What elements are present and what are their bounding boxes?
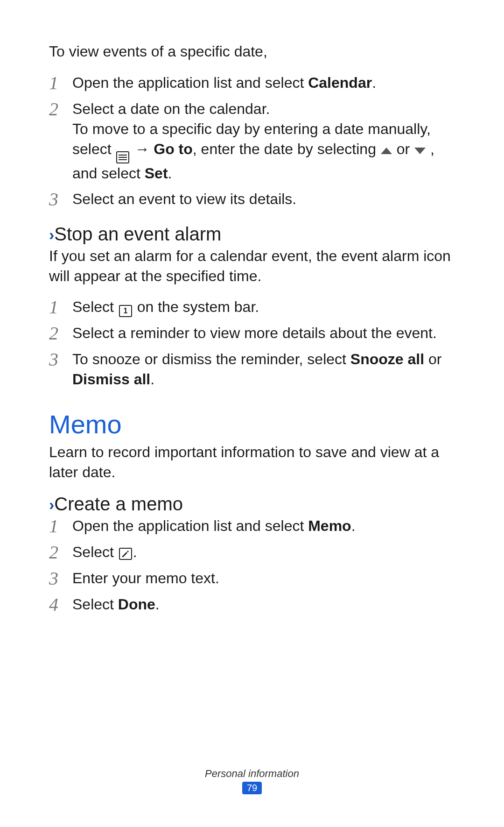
- step-number: 2: [49, 323, 72, 344]
- text: , enter the date by selecting: [193, 141, 380, 157]
- subheading-text: Stop an event alarm: [54, 224, 221, 244]
- text: To snooze or dismiss the reminder, selec…: [72, 351, 350, 368]
- step-number: 3: [49, 189, 72, 210]
- text: .: [133, 544, 137, 560]
- list-item: 1 Open the application list and select M…: [49, 516, 455, 537]
- text-bold: Dismiss all: [72, 371, 150, 388]
- text-bold: Done: [118, 596, 155, 613]
- text: Open the application list and select: [72, 74, 308, 91]
- subheading-stop-alarm: ›Stop an event alarm: [49, 223, 455, 245]
- text: To move to a specific day by entering a …: [72, 119, 455, 184]
- text: .: [150, 371, 154, 388]
- step-text: Select an event to view its details.: [72, 189, 455, 210]
- notification-icon: 1: [119, 305, 132, 317]
- page-number: 79: [242, 782, 262, 794]
- step-number: 2: [49, 99, 72, 184]
- step-number: 3: [49, 568, 72, 589]
- sub-description: If you set an alarm for a calendar event…: [49, 246, 455, 286]
- text: Select a date on the calendar.: [72, 99, 455, 119]
- arrow-up-icon: [381, 148, 392, 154]
- chevron-icon: ›: [49, 495, 52, 513]
- step-text: Select .: [72, 542, 455, 563]
- text: on the system bar.: [137, 298, 259, 315]
- list-item: 4 Select Done.: [49, 594, 455, 615]
- list-item: 2 Select a reminder to view more details…: [49, 323, 455, 344]
- chevron-icon: ›: [49, 226, 52, 243]
- manual-page: To view events of a specific date, 1 Ope…: [0, 0, 504, 615]
- list-item: 2 Select .: [49, 542, 455, 563]
- page-footer: Personal information 79: [0, 768, 504, 794]
- footer-section-label: Personal information: [0, 768, 504, 780]
- list-item: 3 Select an event to view its details.: [49, 189, 455, 210]
- step-text: Select 1 on the system bar.: [72, 297, 455, 318]
- step-number: 1: [49, 297, 72, 318]
- step-text: Select a date on the calendar. To move t…: [72, 99, 455, 184]
- arrow-down-icon: [414, 148, 426, 154]
- subheading-create-memo: ›Create a memo: [49, 493, 455, 515]
- text-bold: Calendar: [308, 74, 372, 91]
- list-item: 1 Select 1 on the system bar.: [49, 297, 455, 318]
- text: .: [351, 517, 356, 534]
- intro-text: To view events of a specific date,: [49, 42, 455, 62]
- step-number: 1: [49, 516, 72, 537]
- text: .: [372, 74, 376, 91]
- step-text: Select a reminder to view more details a…: [72, 323, 455, 344]
- step-text: Open the application list and select Mem…: [72, 516, 455, 537]
- list-item: 1 Open the application list and select C…: [49, 73, 455, 93]
- text: Select: [72, 544, 118, 560]
- text: .: [155, 596, 160, 613]
- step-text: To snooze or dismiss the reminder, selec…: [72, 349, 455, 389]
- edit-icon: [119, 548, 132, 560]
- list-item: 3 Enter your memo text.: [49, 568, 455, 589]
- text: Select: [72, 596, 118, 613]
- text-bold: Go to: [154, 141, 193, 157]
- step-number: 3: [49, 349, 72, 389]
- text: or: [424, 351, 441, 368]
- steps-list-2: 1 Select 1 on the system bar. 2 Select a…: [49, 297, 455, 389]
- subheading-text: Create a memo: [54, 494, 183, 514]
- step-text: Enter your memo text.: [72, 568, 455, 589]
- text-bold: Snooze all: [350, 351, 424, 368]
- step-number: 4: [49, 594, 72, 615]
- text: .: [168, 165, 172, 182]
- text: Open the application list and select: [72, 517, 308, 534]
- section-description: Learn to record important information to…: [49, 442, 455, 482]
- text: Select: [72, 298, 118, 315]
- list-item: 3 To snooze or dismiss the reminder, sel…: [49, 349, 455, 389]
- text: or: [392, 141, 414, 157]
- text: →: [130, 141, 154, 157]
- step-text: Open the application list and select Cal…: [72, 73, 455, 93]
- step-text: Select Done.: [72, 594, 455, 615]
- step-number: 2: [49, 542, 72, 563]
- steps-list-3: 1 Open the application list and select M…: [49, 516, 455, 615]
- section-title-memo: Memo: [49, 409, 455, 439]
- steps-list-1: 1 Open the application list and select C…: [49, 73, 455, 210]
- list-item: 2 Select a date on the calendar. To move…: [49, 99, 455, 184]
- menu-icon: [116, 151, 129, 163]
- step-number: 1: [49, 73, 72, 93]
- text-bold: Memo: [308, 517, 351, 534]
- text-bold: Set: [145, 165, 168, 182]
